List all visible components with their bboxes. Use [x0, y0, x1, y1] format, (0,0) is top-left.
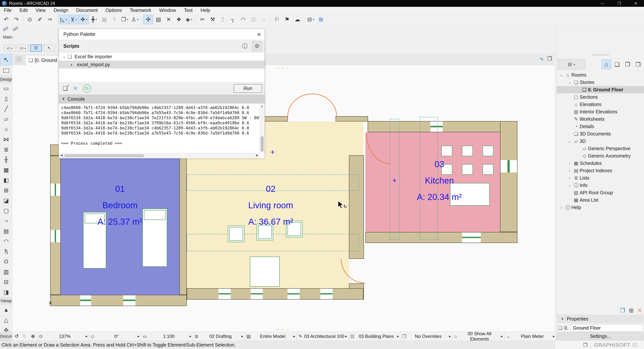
graphisoft-brand[interactable]: GRAPHISOFT [594, 342, 630, 348]
chevron-icon[interactable]: ⌄ [558, 73, 564, 77]
chevron-icon[interactable]: ⌄ [567, 139, 572, 143]
pen-set-control[interactable]: ✎03 Architectural 100▶ [297, 332, 349, 341]
dimension-style-control[interactable]: ↔Plain Meter▶ [504, 332, 556, 341]
tree-item-generic-axonometry[interactable]: ◇Generic Axonometry [557, 152, 644, 160]
split[interactable]: ✂ [198, 15, 207, 24]
menu-edit[interactable]: Edit [16, 7, 32, 14]
inject-parameters[interactable]: ✑ [45, 15, 55, 24]
adjust[interactable]: ⚒ [208, 15, 218, 24]
tab-layout-book[interactable]: ❐ [623, 60, 632, 69]
arrow-cursor[interactable]: ↖ [44, 44, 55, 52]
renovation-filter-control[interactable]: ⌂00 Show All Elements▶ [453, 332, 504, 341]
menu-file[interactable]: File [0, 7, 16, 14]
wall-tool[interactable]: ▭ [0, 83, 12, 94]
tab-project-map[interactable]: ⌂ [602, 60, 611, 69]
tree-item-details[interactable]: ◔Details [557, 123, 644, 130]
grid-tool[interactable]: ⊟ [0, 277, 12, 287]
tree-item-generic-perspective[interactable]: ▱Generic Perspective [557, 145, 644, 152]
chevron-down-icon[interactable]: ⌄ [61, 54, 68, 59]
scroll-right-icon[interactable]: ▶ [256, 154, 258, 157]
tree-item-3d-documents[interactable]: ❑3D Documents [557, 130, 644, 138]
marquee-select[interactable]: ▭▸ [17, 44, 29, 52]
scroll-left-icon[interactable]: ◀ [60, 154, 63, 157]
arrow-right-icon[interactable]: ▶ [345, 335, 347, 338]
vscroll-thumb[interactable] [261, 136, 264, 152]
info-icon[interactable]: ⓘ [242, 42, 248, 50]
fillet[interactable]: ◠ [238, 15, 248, 24]
menu-design[interactable]: Design [50, 7, 72, 14]
run-button[interactable]: Run [234, 84, 262, 93]
shell-tool[interactable]: ⋈ [0, 134, 12, 144]
chevron-icon[interactable]: ⌄ [567, 80, 572, 84]
menu-window[interactable]: Window [155, 7, 180, 14]
guide-lines[interactable]: ◺▾ [59, 15, 68, 24]
equipment-tool[interactable]: ▥ [0, 266, 12, 277]
arrow-right-icon[interactable]: ▶ [242, 335, 243, 338]
tree-item-elevations[interactable]: ⌂Elevations [557, 101, 644, 108]
arrow-tool[interactable]: ↖ [0, 54, 12, 66]
chevron-icon[interactable]: › [567, 161, 572, 166]
palette-title-bar[interactable]: Python Palette ✕ [59, 29, 265, 40]
flag-list[interactable]: ⚑ [282, 15, 292, 24]
model-filter-control[interactable]: ▨Entire Model▶ [245, 332, 297, 341]
zoom-select[interactable]: ⊙ [25, 15, 35, 24]
arrow-right-icon[interactable]: ▶ [553, 335, 555, 338]
gravity[interactable]: ◊ [110, 15, 120, 24]
console-header[interactable]: ▼ Console [59, 94, 265, 104]
node-edit[interactable]: ❖ [174, 15, 184, 24]
lamp-tool[interactable]: ʘ [0, 256, 12, 266]
console-vscrollbar[interactable]: ▲ [259, 104, 265, 153]
hscroll-thumb[interactable] [64, 154, 144, 157]
chevron-icon[interactable]: › [567, 169, 572, 173]
tab-view-map[interactable]: ❏ [612, 60, 622, 69]
grid-display[interactable]: ▦ [100, 15, 109, 24]
flag[interactable]: ⚐ [272, 15, 282, 24]
elevate[interactable]: ↥ [218, 15, 228, 24]
tree-item-sections[interactable]: ▢Sections [557, 94, 644, 101]
graphisoft-id[interactable]: ID [632, 342, 638, 348]
story-name-input[interactable] [571, 324, 643, 332]
pick-up-parameters[interactable]: ✐ [35, 15, 45, 24]
tab-publisher[interactable]: ❒ [633, 60, 643, 69]
tree-item-lists[interactable]: ›≣Lists [557, 174, 644, 182]
beam-tool[interactable]: ╱ [0, 104, 12, 114]
column-tool[interactable]: ▯ [0, 94, 12, 104]
favorites[interactable]: ♙▾ [130, 15, 140, 24]
solid-operations[interactable]: ◈▾ [184, 15, 194, 24]
chevron-icon[interactable]: › [567, 176, 572, 180]
project-chooser-button[interactable]: ⊟ ▸ [558, 59, 585, 70]
menu-view[interactable]: View [32, 7, 50, 14]
trace-reference[interactable]: ❐▾ [120, 15, 130, 24]
palette-close-icon[interactable]: ✕ [257, 32, 261, 38]
tree-item-api-root-group[interactable]: ▨API Root Group [557, 189, 644, 196]
settings-button[interactable]: Settings... [558, 332, 644, 340]
kitchen-cabinet[interactable] [462, 146, 473, 156]
viewpoint-settings-icon[interactable]: ❐ [620, 307, 625, 314]
wall-end-tool[interactable]: ¬ [0, 216, 12, 226]
zoom-level-control[interactable]: ⊙137%▶ [37, 332, 89, 341]
skylight-tool[interactable]: ◪ [0, 195, 12, 206]
kitchen-cabinet[interactable] [442, 146, 452, 156]
stair-tool[interactable]: ≣ [0, 144, 12, 154]
clear-icon[interactable]: ✕ [73, 85, 78, 92]
scroll-up-icon[interactable]: ▲ [260, 104, 265, 108]
arrow-right-icon[interactable]: ▶ [86, 335, 88, 338]
properties-header[interactable]: ▼ Properties [558, 315, 644, 323]
tab-overview-button[interactable]: ∷ [15, 56, 23, 63]
chevron-icon[interactable]: › [567, 183, 572, 188]
zone-entry[interactable] [262, 122, 364, 155]
arrow-right-icon[interactable]: ▶ [293, 335, 295, 338]
door-tool[interactable]: ◧ [0, 175, 12, 185]
graphic-overrides-control[interactable]: ❐No Overrides▶ [401, 332, 452, 341]
undo[interactable]: ↶ [1, 15, 11, 24]
grid-snap[interactable]: ╋▾ [89, 15, 99, 24]
link-1-icon[interactable]: ☍ [3, 26, 8, 32]
workspace-settings[interactable]: ⊞ [316, 15, 326, 24]
open-folder-icon[interactable]: ❏↗ [63, 85, 68, 92]
chevron-icon[interactable]: › [558, 206, 564, 210]
tree-item-0-ground-floor[interactable]: ❏0. Ground Floor [557, 86, 644, 94]
view-back-icon[interactable]: ↺ [14, 333, 19, 339]
orientation-control[interactable]: ◇0°▶ [89, 332, 141, 341]
tree-item-stories[interactable]: ⌄❏Stories [557, 79, 644, 86]
multiply[interactable]: ⌂ [258, 15, 268, 24]
